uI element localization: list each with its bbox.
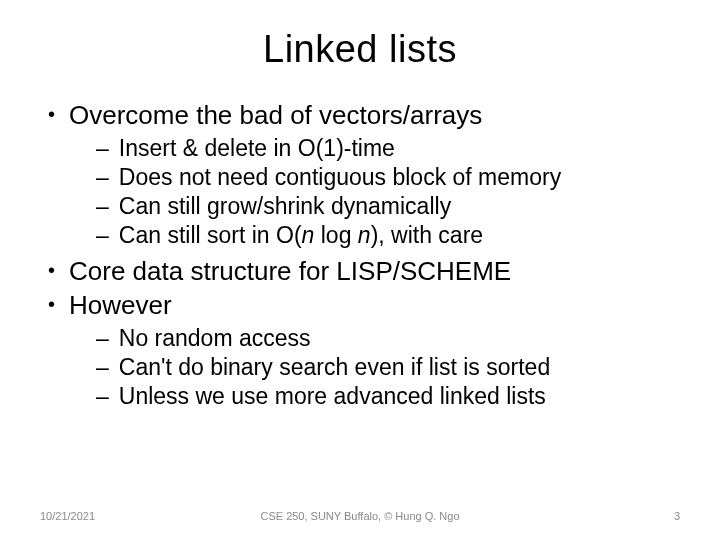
- bullet-dash-icon: –: [96, 192, 109, 220]
- footer-page-number: 3: [674, 510, 680, 522]
- bullet-dot-icon: •: [48, 99, 55, 129]
- bullet-text: Unless we use more advanced linked lists: [119, 382, 546, 410]
- footer-date: 10/21/2021: [40, 510, 95, 522]
- text-part: Can still sort in O(: [119, 222, 302, 248]
- bullet-text: Core data structure for LISP/SCHEME: [69, 255, 511, 288]
- text-italic: n: [302, 222, 315, 248]
- bullet-text: Insert & delete in O(1)-time: [119, 134, 395, 162]
- bullet-text: However: [69, 289, 172, 322]
- bullet-group-3: • However – No random access – Can't do …: [48, 289, 680, 410]
- bullet-text: Does not need contiguous block of memory: [119, 163, 561, 191]
- slide-footer: 10/21/2021 CSE 250, SUNY Buffalo, © Hung…: [0, 510, 720, 522]
- text-italic: n: [358, 222, 371, 248]
- bullet-level2: – Unless we use more advanced linked lis…: [48, 382, 680, 410]
- bullet-level2: – Insert & delete in O(1)-time: [48, 134, 680, 162]
- bullet-text: Can still grow/shrink dynamically: [119, 192, 451, 220]
- bullet-level2: – Does not need contiguous block of memo…: [48, 163, 680, 191]
- bullet-dash-icon: –: [96, 134, 109, 162]
- bullet-dot-icon: •: [48, 255, 55, 285]
- bullet-level2: – Can still sort in O(n log n), with car…: [48, 221, 680, 249]
- bullet-dash-icon: –: [96, 163, 109, 191]
- bullet-dot-icon: •: [48, 289, 55, 319]
- text-part: log: [314, 222, 357, 248]
- bullet-dash-icon: –: [96, 353, 109, 381]
- bullet-level1: • Core data structure for LISP/SCHEME: [48, 255, 680, 288]
- bullet-dash-icon: –: [96, 221, 109, 249]
- bullet-dash-icon: –: [96, 382, 109, 410]
- bullet-text: Can't do binary search even if list is s…: [119, 353, 550, 381]
- bullet-level1: • However: [48, 289, 680, 322]
- bullet-text: Overcome the bad of vectors/arrays: [69, 99, 482, 132]
- bullet-dash-icon: –: [96, 324, 109, 352]
- slide-body: • Overcome the bad of vectors/arrays – I…: [40, 99, 680, 410]
- bullet-group-1: • Overcome the bad of vectors/arrays – I…: [48, 99, 680, 249]
- footer-center: CSE 250, SUNY Buffalo, © Hung Q. Ngo: [260, 510, 459, 522]
- text-part: ), with care: [371, 222, 483, 248]
- slide-title: Linked lists: [40, 28, 680, 71]
- bullet-level1: • Overcome the bad of vectors/arrays: [48, 99, 680, 132]
- bullet-level2: – Can't do binary search even if list is…: [48, 353, 680, 381]
- bullet-text: No random access: [119, 324, 311, 352]
- bullet-level2: – No random access: [48, 324, 680, 352]
- slide: Linked lists • Overcome the bad of vecto…: [0, 0, 720, 540]
- bullet-level2: – Can still grow/shrink dynamically: [48, 192, 680, 220]
- bullet-text: Can still sort in O(n log n), with care: [119, 221, 483, 249]
